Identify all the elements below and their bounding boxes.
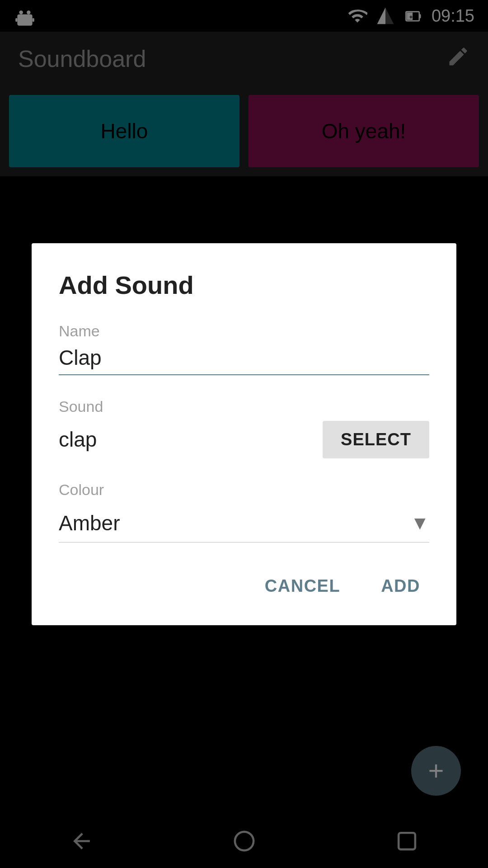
name-label: Name (59, 322, 429, 340)
name-input-wrapper (59, 345, 429, 375)
sound-row: clap SELECT (59, 421, 429, 458)
colour-dropdown[interactable]: Amber ▼ (59, 504, 429, 542)
select-sound-button[interactable]: SELECT (323, 421, 429, 458)
sound-label: Sound (59, 398, 429, 415)
cancel-button[interactable]: CANCEL (256, 570, 349, 603)
dialog-actions: CANCEL ADD (59, 570, 429, 603)
dialog-title: Add Sound (59, 270, 429, 300)
overlay: Add Sound Name Sound clap SELECT Colour … (0, 0, 488, 868)
name-input[interactable] (59, 345, 429, 370)
colour-value: Amber (59, 511, 120, 535)
add-button[interactable]: ADD (372, 570, 429, 603)
add-sound-dialog: Add Sound Name Sound clap SELECT Colour … (32, 243, 456, 625)
colour-label: Colour (59, 481, 429, 499)
chevron-down-icon: ▼ (410, 512, 429, 534)
sound-value: clap (59, 427, 97, 452)
